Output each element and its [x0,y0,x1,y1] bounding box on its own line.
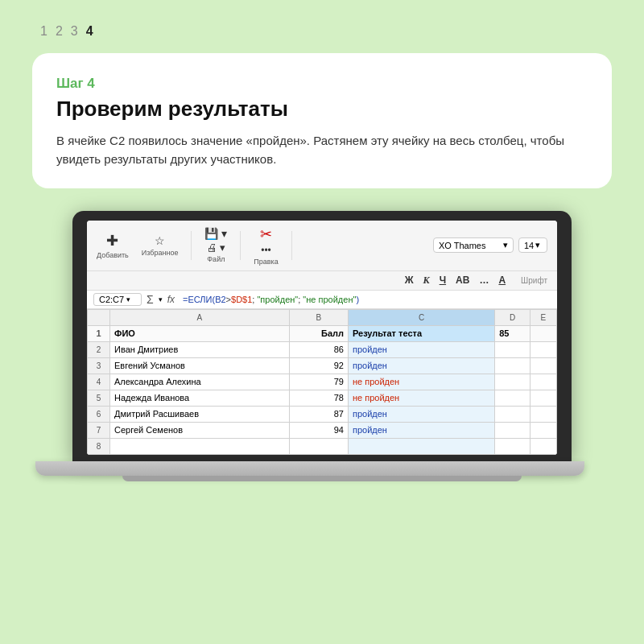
info-card: Шаг 4 Проверим результаты В ячейке C2 по… [32,53,612,188]
col-b-header[interactable]: B [289,309,348,325]
col-c-header[interactable]: C [348,309,494,325]
sigma-dropdown: ▾ [159,295,163,303]
formula-passed: "пройден" [257,295,298,304]
font-size-input[interactable]: 14 ▾ [518,237,547,253]
col-d-header[interactable]: D [495,309,530,325]
add-button[interactable]: ✚ Добавить [97,232,129,259]
row-num-7: 7 [88,422,110,438]
col-e-header[interactable]: E [530,309,556,325]
row-num-1: 1 [88,325,110,341]
cell-reference[interactable]: C2:C7 ▾ [93,293,142,306]
row-num-6: 6 [88,406,110,422]
cell-a-7[interactable]: Сергей Семенов [110,422,290,438]
cell-a-8[interactable] [110,438,290,454]
table-row: 1ФИОБаллРезультат теста85 [88,325,557,341]
data-table: A B C D E 1ФИОБаллРезультат теста852Иван… [87,309,557,455]
sigma-icon: Σ [147,293,154,306]
cell-b-3[interactable]: 92 [289,357,348,374]
row-num-4: 4 [88,374,110,390]
cell-a-5[interactable]: Надежда Иванова [110,390,290,406]
cell-d-8[interactable] [495,438,530,454]
cell-e-3[interactable] [530,357,556,374]
cell-a-3[interactable]: Евгений Усманов [110,357,290,374]
cell-b-8[interactable] [289,438,348,454]
cell-b-4[interactable]: 79 [289,374,348,390]
table-row: 3Евгений Усманов92пройден [88,357,557,374]
step-4-active[interactable]: 4 [86,24,93,39]
formatting-toolbar: Ж К Ч АВ … А Шрифт [87,271,557,291]
font-section-label: Шрифт [521,276,547,285]
cell-e-5[interactable] [530,390,556,406]
save-icon: 💾 ▾ [204,227,227,240]
cell-c-6[interactable]: пройден [348,406,494,422]
screen-bezel: ✚ Добавить ☆ Избранное 💾 ▾ 🖨 ▾ Файл [72,211,572,461]
cell-c-2[interactable]: пройден [348,341,494,357]
bold-button[interactable]: Ж [402,274,416,287]
formula-bar: C2:C7 ▾ Σ ▾ fx =ЕСЛИ(B2>$D$1; "пройден";… [87,291,557,309]
favorites-icon: ☆ [155,234,165,247]
cell-e-6[interactable] [530,406,556,422]
plus-icon: ✚ [106,232,118,250]
step-1[interactable]: 1 [40,24,47,39]
cell-c-8[interactable] [348,438,494,454]
cell-d-6[interactable] [495,406,530,422]
cell-b-6[interactable]: 87 [289,406,348,422]
cell-d-3[interactable] [495,357,530,374]
spreadsheet-grid: A B C D E 1ФИОБаллРезультат теста852Иван… [87,309,557,455]
screen-inner: ✚ Добавить ☆ Избранное 💾 ▾ 🖨 ▾ Файл [87,221,557,455]
font-dropdown-icon: ▾ [503,240,508,250]
more-format-button[interactable]: … [477,274,491,287]
step-3[interactable]: 3 [71,24,78,39]
cell-e-8[interactable] [530,438,556,454]
step-2[interactable]: 2 [56,24,63,39]
divider-3 [291,231,292,260]
cell-a-6[interactable]: Дмитрий Расшиваев [110,406,290,422]
laptop: ✚ Добавить ☆ Избранное 💾 ▾ 🖨 ▾ Файл [72,211,572,481]
cell-d-5[interactable] [495,390,530,406]
favorites-label: Избранное [142,249,179,257]
cell-c-5[interactable]: не пройден [348,390,494,406]
italic-button[interactable]: К [421,274,432,287]
cell-c-1[interactable]: Результат теста [348,325,494,341]
step-indicators: 1 2 3 4 [40,24,93,39]
divider-2 [240,231,241,260]
formula-display[interactable]: =ЕСЛИ(B2>$D$1; "пройден"; "не пройден") [180,294,551,305]
col-a-header[interactable]: A [110,309,290,325]
cell-b-7[interactable]: 94 [289,422,348,438]
cell-b-2[interactable]: 86 [289,341,348,357]
cell-a-4[interactable]: Александра Алехина [110,374,290,390]
font-selector[interactable]: XO Thames ▾ [433,237,514,253]
cell-d-7[interactable] [495,422,530,438]
row-num-8: 8 [88,438,110,454]
edit-group[interactable]: ✂ ••• Правка [254,225,278,266]
cell-e-2[interactable] [530,341,556,357]
table-row: 5Надежда Иванова78не пройден [88,390,557,406]
underline-button[interactable]: Ч [437,274,448,287]
table-row: 6Дмитрий Расшиваев87пройден [88,406,557,422]
cell-a-2[interactable]: Иван Дмитриев [110,341,290,357]
cell-d-4[interactable] [495,374,530,390]
cell-d-1[interactable]: 85 [495,325,530,341]
file-group[interactable]: 💾 ▾ 🖨 ▾ Файл [204,227,227,263]
formula-b2: B2 [215,295,225,304]
formula-close: ) [356,295,359,304]
cell-b-5[interactable]: 78 [289,390,348,406]
cell-e-7[interactable] [530,422,556,438]
favorites-group: ☆ Избранное [142,234,179,257]
table-row: 2Иван Дмитриев86пройден [88,341,557,357]
more-icon: ••• [261,245,271,256]
cell-a-1[interactable]: ФИО [110,325,290,341]
laptop-base [35,461,584,476]
cell-b-1[interactable]: Балл [289,325,348,341]
cell-d-2[interactable] [495,341,530,357]
cell-c-3[interactable]: пройден [348,357,494,374]
corner-cell [88,309,110,325]
cell-c-7[interactable]: пройден [348,422,494,438]
table-row: 8 [88,438,557,454]
underline-a-button[interactable]: А [496,274,508,287]
cell-e-1[interactable] [530,325,556,341]
ab-button[interactable]: АВ [453,274,472,287]
cell-c-4[interactable]: не пройден [348,374,494,390]
cell-e-4[interactable] [530,374,556,390]
laptop-foot [122,476,522,481]
